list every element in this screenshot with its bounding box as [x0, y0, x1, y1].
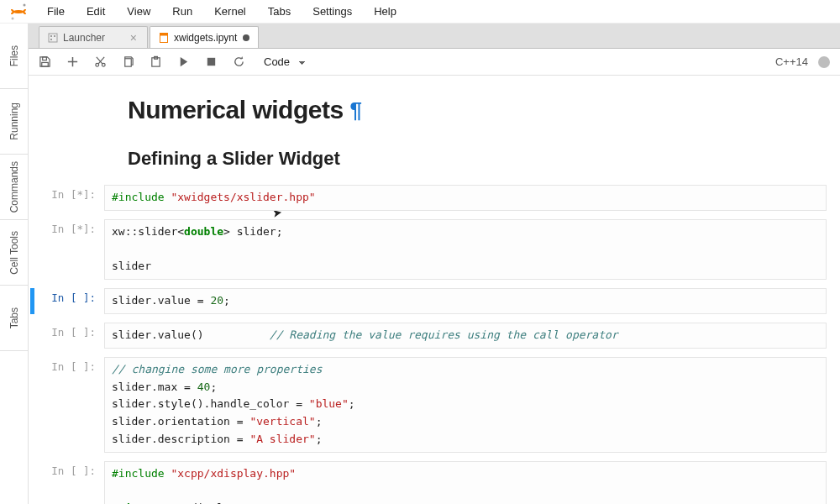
tab-launcher-label: Launcher — [63, 32, 105, 44]
menu-edit[interactable]: Edit — [78, 3, 113, 20]
copy-icon[interactable] — [122, 55, 134, 68]
cell-input[interactable]: #include "xcpp/xdisplay.hpp" using xcpp:… — [104, 461, 827, 504]
tab-launcher-close-icon[interactable]: × — [129, 32, 139, 44]
notebook-file-icon — [159, 33, 169, 43]
svg-rect-5 — [50, 39, 52, 40]
run-icon[interactable] — [177, 55, 190, 68]
cell-prompt: In [*]: — [37, 185, 104, 201]
side-tab-commands[interactable]: Commands — [0, 155, 28, 220]
markdown-h2: Defining a Slider Widget — [128, 148, 827, 170]
menubar: File Edit View Run Kernel Tabs Settings … — [0, 0, 840, 24]
main-area: Launcher × xwidgets.ipynt — [29, 24, 840, 504]
svg-rect-3 — [50, 35, 52, 37]
svg-rect-4 — [54, 35, 55, 37]
menu-run[interactable]: Run — [164, 3, 201, 20]
kernel-name[interactable]: C++14 — [775, 55, 808, 68]
menu-settings[interactable]: Settings — [304, 3, 360, 20]
stop-icon[interactable] — [205, 55, 218, 68]
svg-point-1 — [12, 17, 14, 19]
cell-prompt: In [ ]: — [37, 288, 104, 304]
menu-file[interactable]: File — [39, 3, 73, 20]
menu-tabs[interactable]: Tabs — [260, 3, 299, 20]
notebook-toolbar: Code C++14 — [29, 49, 840, 76]
side-tab-tabs[interactable]: Tabs — [0, 286, 28, 351]
code-cell[interactable]: In [ ]: slider.value = 20; — [37, 288, 827, 314]
cell-prompt: In [ ]: — [37, 357, 104, 373]
insert-cell-icon[interactable] — [66, 55, 79, 68]
code-cell[interactable]: In [ ]: slider.value() // Reading the va… — [37, 323, 827, 349]
code-cell[interactable]: In [ ]: // changine some more properties… — [37, 357, 827, 453]
svg-point-11 — [102, 63, 105, 66]
svg-rect-8 — [43, 57, 47, 60]
code-cell[interactable]: In [ ]: #include "xcpp/xdisplay.hpp" usi… — [37, 461, 827, 504]
code-cell[interactable]: In [*]: #include "xwidgets/xslider.hpp" — [37, 185, 827, 211]
cell-input[interactable]: // changine some more properties slider.… — [104, 357, 827, 453]
side-tab-cell-tools[interactable]: Cell Tools — [0, 220, 28, 286]
svg-point-10 — [96, 63, 99, 66]
restart-icon[interactable] — [233, 55, 245, 68]
tab-launcher[interactable]: Launcher × — [39, 26, 148, 48]
left-sidebar: Files Running Commands Cell Tools Tabs — [0, 24, 29, 504]
anchor-pilcrow-icon[interactable]: ¶ — [350, 97, 362, 123]
side-tab-files[interactable]: Files — [0, 24, 28, 89]
kernel-status-icon[interactable] — [818, 56, 830, 68]
tab-notebook-dirty-icon — [243, 34, 249, 41]
cell-input[interactable]: slider.value() // Reading the value requ… — [104, 323, 827, 349]
cell-prompt: In [*]: — [37, 219, 104, 235]
svg-rect-2 — [49, 34, 57, 42]
svg-rect-9 — [42, 62, 49, 66]
cell-selection-marker — [30, 288, 34, 314]
markdown-h1: Numerical widgets ¶ — [128, 96, 827, 124]
cell-prompt: In [ ]: — [37, 461, 104, 477]
svg-rect-15 — [207, 58, 215, 66]
cut-icon[interactable] — [94, 55, 107, 68]
tab-notebook-label: xwidgets.ipynt — [174, 32, 237, 44]
tab-notebook[interactable]: xwidgets.ipynt — [150, 26, 259, 48]
menu-kernel[interactable]: Kernel — [206, 3, 255, 20]
cell-input[interactable]: #include "xwidgets/xslider.hpp" — [104, 185, 827, 211]
save-icon[interactable] — [39, 55, 51, 68]
menu-help[interactable]: Help — [365, 3, 405, 20]
menu-view[interactable]: View — [118, 3, 159, 20]
launcher-icon — [48, 33, 58, 43]
svg-rect-12 — [125, 59, 132, 66]
cell-input[interactable]: xw::slider<double> slider; slider — [104, 219, 827, 280]
cell-prompt: In [ ]: — [37, 323, 104, 339]
document-tabbar: Launcher × xwidgets.ipynt — [29, 24, 840, 49]
cell-input[interactable]: slider.value = 20; — [104, 288, 827, 314]
cell-type-select[interactable]: Code — [260, 54, 306, 70]
side-tab-running[interactable]: Running — [0, 89, 28, 155]
jupyter-logo — [8, 2, 29, 22]
notebook-area[interactable]: Numerical widgets ¶ ➤ Defining a Slider … — [29, 76, 840, 504]
svg-rect-7 — [160, 33, 168, 35]
paste-icon[interactable] — [150, 55, 162, 68]
code-cell[interactable]: In [*]: xw::slider<double> slider; slide… — [37, 219, 827, 280]
svg-point-0 — [24, 3, 26, 6]
